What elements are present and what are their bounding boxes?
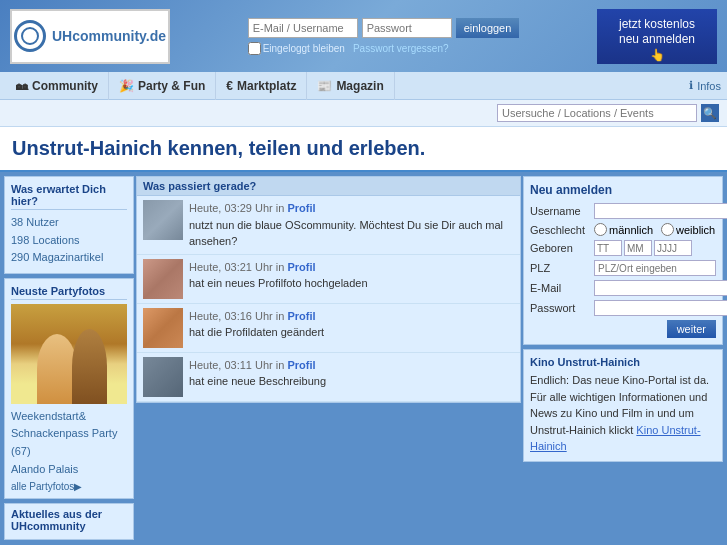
nav-bar: 🏘 Community 🎉 Party & Fun € Marktplatz 📰…	[0, 72, 727, 100]
male-radio-label[interactable]: männlich	[594, 223, 653, 236]
born-year-input[interactable]	[654, 240, 692, 256]
cursor-icon: 👆	[650, 48, 665, 62]
figure-1	[37, 334, 77, 404]
nav-magazin[interactable]: 📰 Magazin	[307, 72, 394, 100]
activity-text-4: Heute, 03:11 Uhr in Profil hat eine neue…	[189, 357, 326, 390]
community-icon: 🏘	[16, 79, 28, 93]
female-radio[interactable]	[661, 223, 674, 236]
female-radio-label[interactable]: weiblich	[661, 223, 715, 236]
born-month-input[interactable]	[624, 240, 652, 256]
email-label: E-Mail	[530, 282, 590, 294]
avatar-3	[143, 308, 183, 348]
stat-nutzer: 38 Nutzer	[11, 214, 127, 232]
kino-section: Kino Unstrut-Hainich Endlich: Das neue K…	[523, 349, 723, 462]
register-section: Neu anmelden Username Geschlecht männlic…	[523, 176, 723, 345]
party-icon: 🎉	[119, 79, 134, 93]
email-row: E-Mail	[530, 280, 716, 296]
header: UHcommunity.de einloggen Eingeloggt blei…	[0, 0, 727, 72]
nav-marktplatz[interactable]: € Marktplatz	[216, 72, 307, 100]
login-area: einloggen Eingeloggt bleiben Passwort ve…	[248, 18, 520, 55]
all-photos-link[interactable]: alle Partyfotos ▶	[11, 481, 127, 492]
born-label: Geboren	[530, 242, 590, 254]
logo-text: UHcommunity.de	[52, 28, 166, 44]
plz-input[interactable]	[594, 260, 716, 276]
search-button[interactable]: 🔍	[701, 104, 719, 122]
kino-title: Kino Unstrut-Hainich	[530, 356, 716, 368]
photo-inner	[11, 304, 127, 404]
party-author: Alando Palais	[11, 461, 127, 479]
nav-community[interactable]: 🏘 Community	[6, 72, 109, 100]
party-photos-title: Neuste Partyfotos	[11, 285, 127, 300]
remember-me-label[interactable]: Eingeloggt bleiben	[248, 42, 345, 55]
register-button[interactable]: jetzt kostenlos neu anmelden 👆	[597, 9, 717, 64]
nav-infos[interactable]: ℹ Infos	[689, 79, 721, 92]
activity-text-1: Heute, 03:29 Uhr in Profil nutzt nun die…	[189, 200, 514, 250]
photo-figures	[11, 324, 127, 404]
male-radio[interactable]	[594, 223, 607, 236]
figure-2	[72, 329, 107, 404]
activity-time-2: Heute, 03:21 Uhr in	[189, 261, 284, 273]
reg-email-input[interactable]	[594, 280, 727, 296]
login-button[interactable]: einloggen	[456, 18, 520, 38]
activity-link-2[interactable]: Profil	[287, 261, 315, 273]
register-title: Neu anmelden	[530, 183, 716, 197]
reg-password-input[interactable]	[594, 300, 727, 316]
submit-row: weiter	[530, 320, 716, 338]
stats-title: Was erwartet Dich hier?	[11, 183, 127, 210]
party-caption: Weekendstart& Schnackenpass Party (67)	[11, 408, 127, 461]
activity-text-2: Heute, 03:21 Uhr in Profil hat ein neues…	[189, 259, 368, 292]
activity-text-3: Heute, 03:16 Uhr in Profil hat die Profi…	[189, 308, 324, 341]
born-row: Geboren	[530, 240, 716, 256]
middle-content: Was passiert gerade? Heute, 03:29 Uhr in…	[136, 176, 521, 540]
gender-label: Geschlecht	[530, 224, 590, 236]
avatar-4	[143, 357, 183, 397]
activity-item-3: Heute, 03:16 Uhr in Profil hat die Profi…	[137, 304, 520, 353]
gender-radio-group: männlich weiblich	[594, 223, 715, 236]
avatar-img-1	[143, 200, 183, 240]
username-input[interactable]	[594, 203, 727, 219]
password-input[interactable]	[362, 18, 452, 38]
forgot-password-link[interactable]: Passwort vergessen?	[353, 43, 449, 54]
activity-item-2: Heute, 03:21 Uhr in Profil hat ein neues…	[137, 255, 520, 304]
activity-link-4[interactable]: Profil	[287, 359, 315, 371]
kino-text: Endlich: Das neue Kino-Portal ist da. Fü…	[530, 372, 716, 455]
stat-magazin: 290 Magazinartikel	[11, 249, 127, 267]
remember-me-checkbox[interactable]	[248, 42, 261, 55]
avatar-img-4	[143, 357, 183, 397]
left-sidebar: Was erwartet Dich hier? 38 Nutzer 198 Lo…	[4, 176, 134, 540]
nav-party[interactable]: 🎉 Party & Fun	[109, 72, 216, 100]
activity-time-1: Heute, 03:29 Uhr in	[189, 202, 284, 214]
hero-section: Unstrut-Hainich kennen, teilen und erleb…	[0, 127, 727, 172]
username-row: Username	[530, 203, 716, 219]
activity-item-4: Heute, 03:11 Uhr in Profil hat eine neue…	[137, 353, 520, 402]
party-photo-image	[11, 304, 127, 404]
search-bar: 🔍	[0, 100, 727, 127]
search-input[interactable]	[497, 104, 697, 122]
email-input[interactable]	[248, 18, 358, 38]
bottom-left-section: Aktuelles aus der UHcommunity	[4, 503, 134, 540]
activity-time-3: Heute, 03:16 Uhr in	[189, 310, 284, 322]
plz-label: PLZ	[530, 262, 590, 274]
avatar-2	[143, 259, 183, 299]
gender-row: Geschlecht männlich weiblich	[530, 223, 716, 236]
logo-icon	[14, 20, 46, 52]
avatar-img-2	[143, 259, 183, 299]
arrow-icon: ▶	[74, 481, 82, 492]
avatar-1	[143, 200, 183, 240]
date-inputs	[594, 240, 692, 256]
weiter-button[interactable]: weiter	[667, 320, 716, 338]
logo-inner-circle	[21, 27, 39, 45]
username-label: Username	[530, 205, 590, 217]
password-row: Passwort	[530, 300, 716, 316]
activity-title: Was passiert gerade?	[137, 177, 520, 196]
bottom-left-title: Aktuelles aus der UHcommunity	[11, 508, 127, 532]
activity-link-3[interactable]: Profil	[287, 310, 315, 322]
magazin-icon: 📰	[317, 79, 332, 93]
login-row2: Eingeloggt bleiben Passwort vergessen?	[248, 42, 520, 55]
activity-section: Was passiert gerade? Heute, 03:29 Uhr in…	[136, 176, 521, 403]
activity-time-4: Heute, 03:11 Uhr in	[189, 359, 284, 371]
born-day-input[interactable]	[594, 240, 622, 256]
activity-link-1[interactable]: Profil	[287, 202, 315, 214]
stat-locations: 198 Locations	[11, 232, 127, 250]
plz-row: PLZ	[530, 260, 716, 276]
